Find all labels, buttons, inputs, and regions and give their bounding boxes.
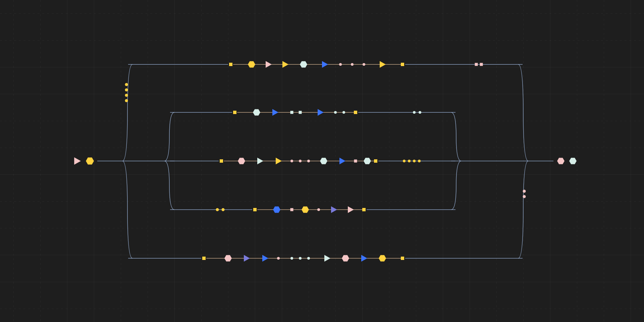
- small-square-icon: [299, 111, 302, 114]
- outer-fanout-arm-2: [122, 161, 132, 258]
- output-hexagon-1: [557, 158, 565, 164]
- dot-icon: [413, 111, 416, 114]
- hexagon-icon: [273, 206, 280, 213]
- input-triangle: [74, 157, 81, 165]
- triangle-icon: [262, 255, 268, 262]
- dot-icon: [419, 111, 421, 114]
- lane-4-cap-right: [401, 257, 404, 260]
- lane-2-cap-right: [374, 159, 377, 163]
- dot-icon: [299, 257, 302, 260]
- lane-3-left-dot: [216, 208, 219, 211]
- hexagon-icon: [238, 158, 245, 164]
- hexagon-icon: [300, 61, 307, 67]
- inner-fanin-arm-2: [451, 161, 461, 210]
- hexagon-icon: [224, 255, 232, 261]
- lane-3-cap-right: [362, 208, 366, 211]
- triangle-icon: [276, 158, 282, 164]
- lane-0-cap-left: [229, 63, 232, 66]
- hexagon-icon: [342, 255, 349, 261]
- triangle-icon: [348, 206, 354, 213]
- triangle-icon: [331, 206, 337, 213]
- small-square-icon: [354, 160, 357, 163]
- hexagon-icon: [302, 206, 309, 213]
- dot-icon: [290, 160, 293, 162]
- hexagon-icon: [248, 61, 255, 67]
- lane-1-cap-left: [233, 111, 236, 114]
- triangle-icon: [244, 255, 250, 262]
- dot-icon: [307, 257, 310, 260]
- triangle-icon: [361, 255, 367, 262]
- lane-3-cap-left: [253, 208, 257, 211]
- triangle-icon: [266, 61, 272, 68]
- diagram-canvas: [0, 0, 644, 322]
- dot-icon: [342, 111, 345, 114]
- triangle-icon: [324, 255, 330, 262]
- triangle-icon: [318, 109, 324, 116]
- dot-icon: [408, 160, 411, 162]
- dot-icon: [277, 257, 280, 260]
- dot-icon: [290, 257, 293, 260]
- outer-fanin-arm-2: [518, 161, 528, 258]
- dot-icon: [418, 160, 421, 162]
- triangle-icon: [282, 61, 288, 68]
- triangle-icon: [322, 61, 328, 68]
- lane-4-cap-left: [202, 257, 206, 260]
- lane-0-cap-right: [401, 63, 404, 66]
- brace-bead-out: [523, 195, 526, 198]
- outer-fanin-arm-0: [518, 64, 528, 161]
- small-square-icon: [290, 111, 293, 114]
- lane-3-left-dot: [222, 208, 225, 211]
- hexagon-icon: [379, 255, 386, 261]
- lane-2-cap-left: [220, 159, 223, 163]
- dot-icon: [334, 111, 337, 114]
- triangle-icon: [272, 109, 278, 116]
- small-square-icon: [290, 208, 293, 211]
- hexagon-icon: [320, 158, 327, 164]
- dot-icon: [351, 63, 354, 66]
- dot-icon: [403, 160, 406, 162]
- input-hexagon: [86, 158, 94, 165]
- outer-fanout-arm-0: [122, 64, 132, 161]
- inner-fanout-arm-0: [164, 112, 174, 161]
- dot-icon: [363, 63, 365, 66]
- inner-fanin-arm-0: [451, 112, 461, 161]
- small-square-icon: [475, 63, 478, 66]
- output-hexagon-2: [569, 158, 577, 164]
- triangle-icon: [380, 61, 386, 68]
- hexagon-icon: [253, 109, 260, 115]
- hexagon-icon: [364, 158, 371, 164]
- dot-icon: [317, 208, 320, 211]
- dot-icon: [339, 63, 342, 66]
- brace-bead-out: [523, 190, 526, 193]
- dot-icon: [299, 160, 302, 162]
- brace-bead-in: [125, 89, 128, 92]
- dot-icon: [307, 160, 310, 162]
- triangle-icon: [257, 158, 263, 164]
- inner-fanout-arm-2: [164, 161, 174, 210]
- triangle-icon: [339, 158, 345, 164]
- brace-bead-in: [125, 94, 128, 97]
- dot-icon: [413, 160, 416, 162]
- brace-bead-in: [125, 99, 128, 102]
- small-square-icon: [480, 63, 483, 66]
- lane-1-cap-right: [354, 111, 357, 114]
- brace-bead-in: [125, 83, 128, 86]
